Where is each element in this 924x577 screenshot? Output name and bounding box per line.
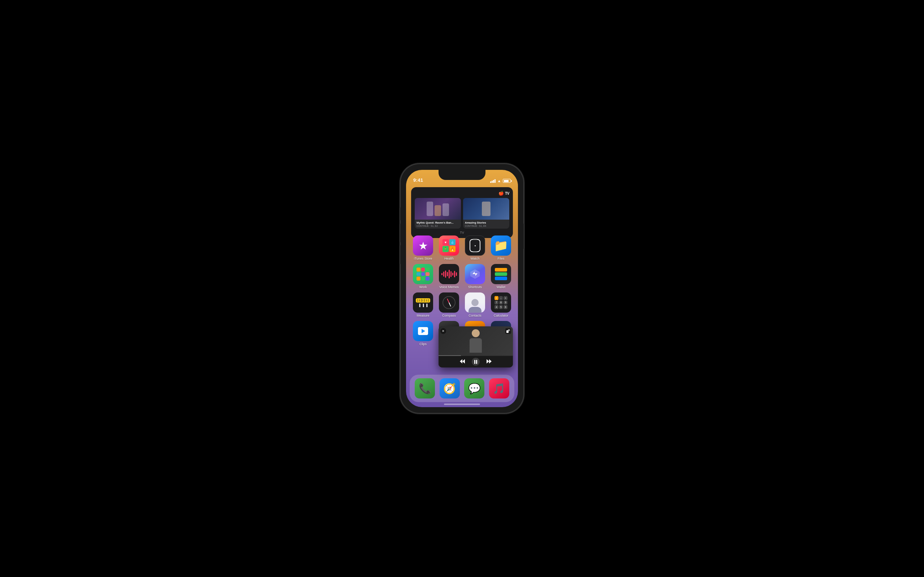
app-label-contacts: Contacts: [464, 314, 486, 318]
show2-thumbnail: [463, 198, 509, 220]
app-label-voice-memos: Voice Memos: [438, 285, 460, 289]
work-icon: [417, 268, 430, 280]
pip-close-button[interactable]: ✕: [440, 328, 446, 334]
app-label-shortcuts: Shortcuts: [464, 285, 486, 289]
safari-app-icon: 🧭: [439, 378, 460, 398]
app-label-health: Health: [438, 257, 460, 260]
app-shortcuts[interactable]: Shortcuts: [463, 264, 487, 289]
show1-thumbnail: [415, 198, 461, 220]
tv-widget[interactable]: 🍎 TV Mythic Quest: Raven's Ban...: [411, 187, 513, 238]
app-label-compass: Compass: [438, 314, 460, 318]
apple-tv-logo: 🍎 TV: [498, 191, 509, 196]
app-label-work: Work: [412, 285, 434, 289]
apple-tv-apple-icon: 🍎: [498, 191, 504, 196]
music-app-icon: 🎵: [489, 378, 509, 398]
watch-face-icon: [470, 239, 480, 252]
voice-memos-waveform-icon: [441, 269, 457, 279]
pip-video-overlay[interactable]: ✕: [439, 326, 513, 367]
measure-icon: [416, 298, 430, 303]
tv-widget-header: 🍎 TV: [415, 191, 509, 196]
show2-title: Amazing Stories: [465, 221, 507, 224]
calculator-icon: + - × 7 8 9 4 5 6: [494, 296, 507, 309]
app-files[interactable]: 📁 Files: [489, 235, 513, 260]
app-contacts[interactable]: Contacts: [463, 292, 487, 318]
music-icon: 🎵: [493, 383, 505, 395]
dock-messages[interactable]: 💬: [464, 378, 485, 398]
pip-pip-button[interactable]: [505, 328, 511, 334]
shortcuts-icon: [465, 264, 485, 284]
files-folder-icon: 📁: [494, 239, 508, 253]
app-watch[interactable]: Watch: [463, 235, 487, 260]
show1-subtitle: CONTINUE · S1, E2: [417, 225, 459, 227]
dock: 📞 🧭 💬 🎵: [410, 375, 514, 402]
status-time: 9:41: [413, 177, 423, 183]
tv-widget-label: TV: [415, 231, 509, 234]
pip-video-content: [439, 326, 513, 355]
app-label-clips: Clips: [412, 342, 434, 346]
messages-icon: 💬: [468, 383, 481, 395]
wallet-cards-icon: [495, 268, 507, 280]
pip-controls: [439, 356, 513, 367]
clips-icon: [413, 321, 433, 341]
notch: [439, 170, 485, 180]
power-button[interactable]: [523, 224, 525, 249]
volume-up-button[interactable]: [399, 224, 401, 242]
pip-pause-button[interactable]: [472, 358, 480, 366]
app-measure[interactable]: ▐ ▐ ▐ Measure: [411, 292, 435, 318]
dock-music[interactable]: 🎵: [489, 378, 509, 398]
app-itunes-store[interactable]: ★ iTunes Store: [411, 235, 435, 260]
compass-icon: [443, 296, 456, 309]
app-label-watch: Watch: [464, 257, 486, 260]
app-label-wallet: Wallet: [490, 285, 512, 289]
itunes-star-icon: ★: [418, 239, 428, 252]
app-work[interactable]: Work: [411, 264, 435, 289]
tv-show-2[interactable]: Amazing Stories CONTINUE · S1, E6: [463, 198, 509, 229]
app-clips[interactable]: Clips: [411, 321, 435, 346]
app-wallet[interactable]: Wallet: [489, 264, 513, 289]
wifi-icon: ▲: [498, 179, 501, 183]
battery-icon: [503, 179, 511, 183]
app-label-files: Files: [490, 257, 512, 260]
contacts-icon: [465, 292, 485, 313]
pip-skip-back-button[interactable]: [459, 358, 466, 366]
status-icons: ▲: [490, 179, 511, 183]
pip-progress-bar[interactable]: [439, 355, 513, 356]
safari-icon: 🧭: [443, 383, 456, 395]
app-label-measure: Measure: [412, 314, 434, 318]
messages-app-icon: 💬: [464, 378, 485, 398]
show1-title: Mythic Quest: Raven's Ban...: [417, 221, 459, 224]
app-compass[interactable]: Compass: [437, 292, 461, 318]
app-health[interactable]: ♥ 💧 🏃 🔥 Health: [437, 235, 461, 260]
app-voice-memos[interactable]: Voice Memos: [437, 264, 461, 289]
phone-app-icon: 📞: [415, 378, 435, 398]
pip-person-figure: [468, 329, 483, 353]
phone-screen: 9:41 ▲ 🍎 TV: [406, 170, 518, 407]
dock-phone[interactable]: 📞: [415, 378, 435, 398]
tv-show-1[interactable]: Mythic Quest: Raven's Ban... CONTINUE · …: [415, 198, 461, 229]
show2-subtitle: CONTINUE · S1, E6: [465, 225, 507, 227]
app-label-itunes: iTunes Store: [412, 257, 434, 260]
signal-icon: [490, 179, 496, 183]
pip-skip-forward-button[interactable]: [485, 358, 493, 366]
phone-icon: 📞: [419, 383, 431, 395]
phone-device: 9:41 ▲ 🍎 TV: [401, 164, 523, 413]
tv-shows-list: Mythic Quest: Raven's Ban... CONTINUE · …: [415, 198, 509, 229]
home-indicator[interactable]: [444, 403, 480, 405]
app-label-calculator: Calculator: [490, 314, 512, 318]
svg-rect-2: [508, 329, 510, 331]
app-calculator[interactable]: + - × 7 8 9 4 5 6 Calculator: [489, 292, 513, 318]
dock-safari[interactable]: 🧭: [439, 378, 460, 398]
volume-down-button[interactable]: [399, 245, 401, 264]
health-icon: ♥ 💧 🏃 🔥: [443, 239, 456, 252]
pip-progress-fill: [439, 355, 461, 356]
